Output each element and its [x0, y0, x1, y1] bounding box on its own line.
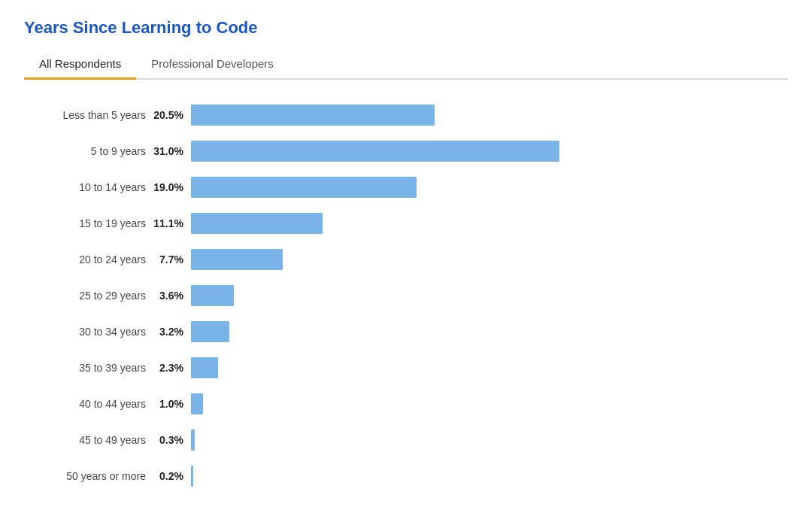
row-label: Less than 5 years: [32, 109, 152, 121]
bar-container: [191, 105, 780, 126]
chart-row: 35 to 39 years 2.3%: [32, 353, 780, 382]
bar-container: [191, 466, 780, 487]
bar: [191, 249, 283, 270]
chart-area: Less than 5 years 20.5% 5 to 9 years 31.…: [24, 101, 788, 490]
row-pct: 31.0%: [152, 145, 191, 157]
bar-container: [191, 321, 780, 342]
bar: [191, 357, 218, 378]
chart-row: 40 to 44 years 1.0%: [32, 390, 780, 418]
bar-container: [191, 393, 780, 414]
row-label: 40 to 44 years: [32, 398, 152, 410]
row-pct: 20.5%: [152, 109, 191, 121]
row-label: 5 to 9 years: [32, 145, 152, 157]
bar: [191, 285, 234, 306]
row-pct: 0.3%: [152, 434, 191, 446]
bar-container: [191, 177, 780, 198]
bar: [191, 141, 559, 162]
row-pct: 2.3%: [152, 362, 191, 374]
row-pct: 19.0%: [152, 181, 191, 193]
chart-row: 10 to 14 years 19.0%: [32, 173, 780, 202]
tab-bar: All Respondents Professional Developers: [24, 50, 788, 80]
bar: [191, 321, 229, 342]
tab-all-respondents[interactable]: All Respondents: [24, 50, 136, 80]
chart-row: 50 years or more 0.2%: [32, 462, 780, 490]
row-pct: 1.0%: [152, 398, 191, 410]
bar-container: [191, 429, 780, 451]
tab-professional-developers[interactable]: Professional Developers: [136, 50, 289, 80]
bar: [191, 105, 435, 126]
row-label: 30 to 34 years: [32, 326, 152, 338]
bar-container: [191, 249, 780, 270]
row-pct: 3.2%: [152, 326, 191, 338]
chart-row: 30 to 34 years 3.2%: [32, 317, 780, 346]
row-pct: 7.7%: [152, 253, 191, 266]
row-pct: 3.6%: [152, 290, 191, 302]
row-pct: 0.2%: [152, 470, 191, 482]
row-pct: 11.1%: [152, 217, 191, 229]
bar: [191, 393, 203, 414]
chart-row: Less than 5 years 20.5%: [32, 101, 780, 129]
bar-container: [191, 141, 780, 162]
page-title: Years Since Learning to Code: [24, 18, 788, 38]
bar: [191, 213, 323, 234]
row-label: 50 years or more: [32, 470, 152, 482]
bar: [191, 177, 417, 198]
row-label: 20 to 24 years: [32, 253, 152, 266]
row-label: 25 to 29 years: [32, 290, 152, 302]
bar-container: [191, 213, 780, 234]
row-label: 45 to 49 years: [32, 434, 152, 446]
chart-row: 15 to 19 years 11.1%: [32, 209, 780, 238]
chart-row: 25 to 29 years 3.6%: [32, 281, 780, 310]
row-label: 35 to 39 years: [32, 362, 152, 374]
bar-container: [191, 357, 780, 378]
bar: [191, 466, 193, 487]
bar-container: [191, 285, 780, 306]
chart-row: 20 to 24 years 7.7%: [32, 245, 780, 274]
chart-row: 5 to 9 years 31.0%: [32, 137, 780, 165]
chart-row: 45 to 49 years 0.3%: [32, 426, 780, 454]
row-label: 15 to 19 years: [32, 217, 152, 229]
bar: [191, 429, 195, 451]
row-label: 10 to 14 years: [32, 181, 152, 193]
